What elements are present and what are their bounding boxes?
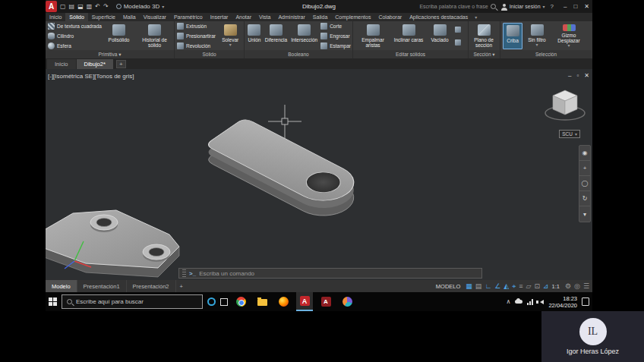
taper-faces-button[interactable]: Inclinar caras — [393, 23, 425, 49]
doc-close-button[interactable]: ✕ — [584, 72, 589, 79]
viewport-view-menu[interactable]: [Isométrica SE] — [53, 73, 94, 80]
zoom-icon[interactable]: ◯ — [579, 176, 590, 191]
textured-box-toggle[interactable]: De textura cuadrada — [48, 23, 101, 30]
network-icon[interactable] — [527, 299, 533, 305]
shell-button[interactable]: Vaciado — [427, 23, 453, 49]
taskbar-chrome[interactable] — [232, 292, 249, 311]
ribbon-tab-insertar[interactable]: Insertar — [207, 13, 232, 21]
polysolid-button[interactable]: Polisólido — [103, 23, 134, 49]
fillet-edge-button[interactable]: Empalmar aristas — [355, 23, 390, 49]
onedrive-cloud-icon[interactable] — [515, 300, 522, 304]
culling-toggle[interactable]: Criba — [503, 23, 522, 49]
task-view-icon[interactable] — [220, 298, 228, 306]
steeringwheel-icon[interactable]: ◉ — [579, 146, 590, 161]
ribbon-tab-visualizar[interactable]: Visualizar — [140, 13, 170, 21]
panel-label-primitiva[interactable]: Primitiva ▾ — [46, 50, 174, 58]
ribbon-tab-superficie[interactable]: Superficie — [88, 13, 119, 21]
tray-expand-icon[interactable]: ∧ — [507, 298, 511, 305]
ribbon-tab-parametrico[interactable]: Paramétrico — [170, 13, 207, 21]
ribbon-tab-solido[interactable]: Sólido — [65, 13, 87, 21]
model-space-label[interactable]: MODELO — [436, 283, 461, 290]
doc-minimize-button[interactable]: – — [568, 72, 571, 79]
open-icon[interactable]: ▤ — [69, 3, 75, 10]
separate-icon[interactable] — [455, 27, 461, 33]
isolate-objects-icon[interactable]: ◎ — [574, 282, 580, 290]
sign-in-button[interactable]: Iniciar sesión ▾ — [501, 4, 545, 10]
imprint-button[interactable]: Estampar — [320, 42, 351, 49]
command-line[interactable]: >_ Escriba un comando — [178, 268, 482, 279]
ribbon-tab-administrar[interactable]: Administrar — [274, 13, 308, 21]
subtract-button[interactable]: Diferencia — [264, 23, 288, 49]
3dosnap-toggle-icon[interactable]: ⊿ — [543, 282, 549, 290]
command-grip-icon[interactable] — [182, 269, 186, 277]
ortho-toggle-icon[interactable]: ∟ — [485, 282, 491, 290]
new-drawing-tab-icon[interactable]: + — [116, 60, 126, 68]
ribbon-tab-overflow-icon[interactable]: ▾ — [472, 13, 480, 21]
annotation-scale[interactable]: 1:1 — [552, 283, 560, 290]
doc-restore-button[interactable]: ▫ — [576, 72, 579, 79]
gizmo-button[interactable]: Gizmo Desplazar ▾ — [551, 23, 586, 49]
ribbon-tab-inicio[interactable]: Inicio — [46, 13, 65, 21]
panel-label-seleccion[interactable]: Selección — [500, 50, 592, 58]
viewcube[interactable] — [544, 81, 586, 124]
command-prompt-text[interactable]: Escriba un comando — [199, 270, 254, 277]
presspull-button[interactable]: Presionartirar — [177, 33, 216, 39]
close-button[interactable]: ✕ — [584, 3, 589, 10]
snap-toggle-icon[interactable]: ▤ — [475, 282, 482, 290]
help-search[interactable]: Escriba palabra clave o frase — [419, 4, 495, 9]
orbit-icon[interactable]: ↻ — [579, 191, 590, 206]
polar-toggle-icon[interactable]: ∠ — [494, 282, 500, 290]
plot-icon[interactable]: ▥ — [87, 3, 93, 10]
viewport-style-menu[interactable]: [Tonos de gris] — [94, 73, 134, 80]
workspace-switcher[interactable]: Modelado 3D ▾ — [116, 3, 165, 10]
help-icon[interactable]: ? — [551, 3, 554, 10]
transparency-toggle-icon[interactable]: ▱ — [526, 282, 532, 290]
taskbar-acrobat[interactable] — [317, 292, 334, 311]
save-icon[interactable]: ⬓ — [77, 3, 84, 10]
section-plane-button[interactable]: Plano de sección — [471, 23, 497, 49]
check-icon[interactable] — [455, 39, 461, 46]
layout-tab-presentacion1[interactable]: Presentación1 — [77, 280, 127, 292]
ribbon-tab-colaborar[interactable]: Colaborar — [374, 13, 406, 21]
layout-tab-presentacion2[interactable]: Presentación2 — [127, 280, 176, 292]
action-center-icon[interactable] — [582, 297, 589, 306]
cortana-icon[interactable] — [207, 297, 216, 306]
ribbon-tab-malla[interactable]: Malla — [119, 13, 140, 21]
ribbon-tab-aplicaciones[interactable]: Aplicaciones destacadas — [406, 13, 472, 21]
new-icon[interactable]: ▢ — [60, 3, 66, 10]
selection-cycling-icon[interactable]: ⊡ — [534, 282, 540, 290]
loft-button[interactable]: Solevar ▾ — [218, 23, 242, 49]
start-button[interactable] — [49, 297, 57, 306]
osnap-toggle-icon[interactable]: ⌖ — [512, 282, 516, 291]
lineweight-toggle-icon[interactable]: ≡ — [519, 282, 522, 290]
panel-label-booleano[interactable]: Booleano — [245, 50, 352, 58]
customize-icon[interactable]: ☰ — [583, 282, 589, 290]
new-layout-icon[interactable]: + — [176, 283, 187, 290]
ucs-dropdown[interactable]: SCU ▾ — [559, 130, 580, 138]
slice-button[interactable]: Corte — [320, 23, 351, 30]
taskbar-explorer[interactable] — [254, 292, 270, 311]
taskbar-search[interactable]: Escribe aquí para buscar — [62, 294, 203, 309]
taskbar-app-misc[interactable] — [339, 292, 355, 311]
thicken-button[interactable]: Engrosar — [320, 33, 351, 39]
ribbon-tab-salida[interactable]: Salida — [309, 13, 331, 21]
workspace-gear-icon[interactable]: ⚙ — [565, 282, 571, 290]
panel-label-seccion[interactable]: Sección ▾ — [469, 50, 500, 58]
panel-label-solido[interactable]: Sólido — [175, 50, 244, 58]
restore-button[interactable]: □ — [573, 3, 577, 10]
isodraft-toggle-icon[interactable]: ◭ — [504, 282, 509, 290]
layout-tab-modelo[interactable]: Modelo — [46, 280, 77, 292]
taskbar-clock[interactable]: 18:23 22/04/2020 — [548, 295, 577, 309]
extrude-button[interactable]: Extrusión — [177, 23, 216, 30]
minimize-button[interactable]: – — [564, 3, 567, 10]
taskbar-firefox[interactable] — [275, 292, 292, 311]
volume-icon[interactable] — [538, 300, 544, 304]
ribbon-tab-vista[interactable]: Vista — [255, 13, 274, 21]
model-viewport[interactable]: [-] [Isométrica SE] [Tonos de gris] – ▫ … — [46, 69, 592, 280]
filter-button[interactable]: Sin filtro ▾ — [525, 23, 549, 49]
drawing-tab-dibujo2[interactable]: Dibujo2* — [77, 59, 113, 69]
taskbar-autocad[interactable] — [296, 292, 313, 311]
drawing-tab-inicio[interactable]: Inicio — [47, 59, 76, 69]
ribbon-tab-anotar[interactable]: Anotar — [232, 13, 255, 21]
viewport-controls-menu[interactable]: [-] — [48, 73, 53, 80]
